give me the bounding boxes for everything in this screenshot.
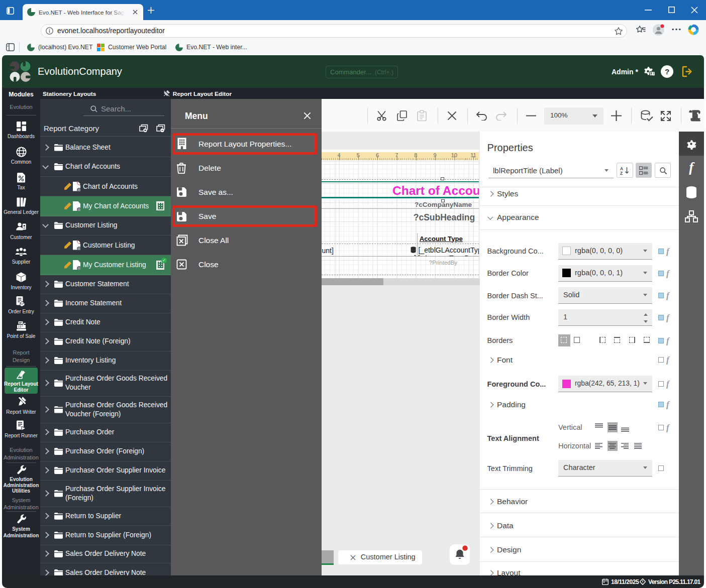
- svg-text:?: ?: [665, 67, 669, 76]
- svg-text:Z: Z: [620, 171, 623, 175]
